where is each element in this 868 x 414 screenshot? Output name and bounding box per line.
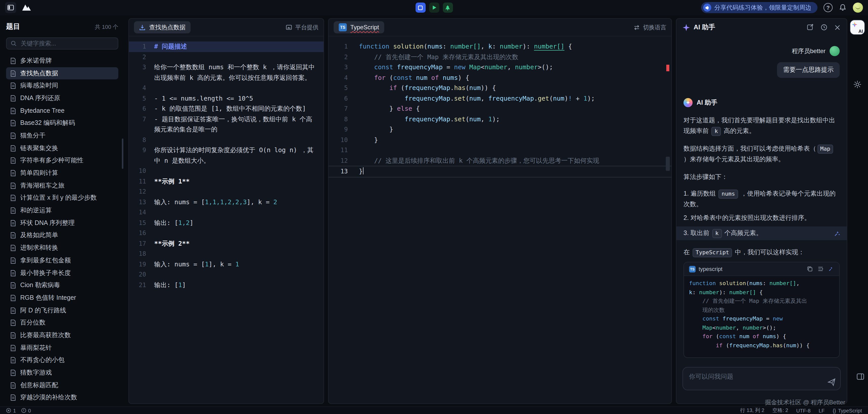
- code-line[interactable]: 4 for (const num of nums) {: [329, 72, 671, 83]
- code-line[interactable]: 5 if (frequencyMap.has(num)) {: [329, 83, 671, 93]
- sidebar-toggle-button[interactable]: [5, 2, 16, 13]
- description-line[interactable]: 13输入: nums = [1,1,1,2,2,3], k = 2: [129, 197, 323, 207]
- description-line[interactable]: 7- 题目数据保证答案唯一，换句话说，数组中前 k 个高频元素的集合是唯一的: [129, 114, 323, 135]
- description-line[interactable]: 11**示例 1**: [129, 176, 323, 187]
- description-line[interactable]: 5- 1 <= nums.length <= 10^5: [129, 93, 323, 104]
- close-icon[interactable]: [834, 24, 841, 31]
- code-line[interactable]: 12 // 这里是后续排序和取出前 k 个高频元素的步骤，您可以先思考一下如何实…: [329, 155, 671, 166]
- sidebar-item-problem[interactable]: 猜数字游戏: [6, 367, 118, 379]
- sidebar-item-problem[interactable]: 简单四则计算: [6, 167, 118, 179]
- description-line[interactable]: 19输入: nums = [1], k = 1: [129, 259, 323, 269]
- code-line[interactable]: 13}: [329, 166, 671, 177]
- sidebar-item-problem[interactable]: Bytedance Tree: [6, 105, 118, 117]
- editor-scrollbar[interactable]: [666, 157, 670, 171]
- sidebar-item-problem[interactable]: 拿到最多红包金额: [6, 254, 118, 267]
- code-line[interactable]: 10 }: [329, 135, 671, 145]
- notifications-bell-icon[interactable]: [839, 4, 847, 12]
- sidebar-item-problem[interactable]: DNA 序列还原: [6, 92, 118, 104]
- editor-content[interactable]: 1function solution(nums: number[], k: nu…: [329, 36, 671, 403]
- document-icon: [10, 320, 16, 326]
- magic-icon[interactable]: [828, 266, 834, 272]
- description-line[interactable]: 6- k 的取值范围是 [1, 数组中不相同的元素的个数]: [129, 104, 323, 114]
- settings-gear-icon[interactable]: [853, 80, 862, 89]
- sidebar-item-problem[interactable]: 穿越沙漠的补给次数: [6, 391, 118, 404]
- code-line[interactable]: 6 frequencyMap.set(num, frequencyMap.get…: [329, 93, 671, 104]
- search-box[interactable]: [6, 37, 118, 50]
- code-line[interactable]: 9 }: [329, 124, 671, 135]
- sidebar-item-problem[interactable]: 多米诺骨牌: [6, 55, 118, 67]
- sidebar-item-problem[interactable]: 创意标题匹配: [6, 379, 118, 391]
- line-number: 19: [129, 259, 146, 269]
- description-line[interactable]: 3给你一个整数数组 nums 和一个整数 k ，请你返回其中出现频率前 k 高的…: [129, 62, 323, 83]
- sidebar-item-problem[interactable]: Cion 勒索病毒: [6, 279, 118, 292]
- switch-language-button[interactable]: 切换语言: [633, 24, 666, 31]
- submit-button[interactable]: [443, 3, 453, 13]
- copy-icon[interactable]: [807, 266, 813, 272]
- sidebar-item-problem[interactable]: 进制求和转换: [6, 242, 118, 254]
- description-line[interactable]: 14: [129, 207, 323, 218]
- description-line[interactable]: 12: [129, 187, 323, 197]
- sidebar-item-problem[interactable]: 暴雨梨花针: [6, 342, 118, 354]
- description-line[interactable]: 16: [129, 228, 323, 238]
- apply-suggestion-icon[interactable]: [834, 230, 841, 237]
- sidebar-scrollbar[interactable]: [122, 138, 123, 169]
- code-line[interactable]: 11: [329, 145, 671, 155]
- sidebar-item-problem[interactable]: Base32 编码和解码: [6, 117, 118, 129]
- sidebar-item-problem[interactable]: 查找热点数据: [6, 67, 118, 79]
- code-line[interactable]: 3 const frequencyMap = new Map<number, n…: [329, 62, 671, 72]
- sidebar-item-problem[interactable]: 阿 D 的飞行路线: [6, 304, 118, 317]
- sidebar-item-problem[interactable]: 最小替换子串长度: [6, 267, 118, 279]
- search-input[interactable]: [20, 39, 114, 47]
- sidebar-item-problem[interactable]: 环状 DNA 序列整理: [6, 217, 118, 229]
- description-line[interactable]: 20: [129, 269, 323, 280]
- code-line[interactable]: 2 // 首先创建一个 Map 来存储元素及其出现的次数: [329, 52, 671, 62]
- new-chat-icon[interactable]: [807, 24, 814, 31]
- sidebar-item-problem[interactable]: 百分位数: [6, 317, 118, 329]
- ai-question-input[interactable]: [688, 372, 826, 386]
- sidebar-item-problem[interactable]: 猫鱼分干: [6, 129, 118, 142]
- description-content[interactable]: 1# 问题描述23给你一个整数数组 nums 和一个整数 k ，请你返回其中出现…: [129, 36, 323, 403]
- cursor-position[interactable]: 行 13, 列 2: [740, 407, 764, 414]
- encoding-setting[interactable]: UTF-8: [796, 408, 811, 413]
- sidebar-item-problem[interactable]: 计算位置 x 到 y 的最少步数: [6, 192, 118, 204]
- sidebar-item-problem[interactable]: RGB 色值转 Integer: [6, 292, 118, 304]
- promo-banner[interactable]: 分享代码练习体验，领限量定制周边: [701, 2, 817, 13]
- run-button[interactable]: [429, 3, 439, 13]
- description-line[interactable]: 17**示例 2**: [129, 238, 323, 249]
- description-tab[interactable]: 查找热点数据: [134, 21, 191, 33]
- editor-language-tab[interactable]: TS TypeScript: [334, 21, 384, 33]
- description-line[interactable]: 15输出: [1,2]: [129, 218, 323, 228]
- description-line[interactable]: 4: [129, 83, 323, 93]
- description-line[interactable]: 10: [129, 166, 323, 176]
- description-line[interactable]: 8: [129, 135, 323, 145]
- sidebar-item-problem[interactable]: 病毒感染时间: [6, 79, 118, 92]
- sidebar-item-problem[interactable]: 不再贪心的小包: [6, 354, 118, 367]
- sidebar-item-problem[interactable]: 字符串有多少种可能性: [6, 154, 118, 167]
- ai-widget-button[interactable]: AI: [850, 20, 864, 34]
- ai-input-box[interactable]: [682, 367, 841, 390]
- user-avatar[interactable]: [853, 3, 863, 13]
- panel-collapse-icon[interactable]: [856, 373, 864, 381]
- description-line[interactable]: 9你所设计算法的时间复杂度必须优于 O(n log n) ，其中 n 是数组大小…: [129, 145, 323, 166]
- description-line[interactable]: 21输出: [1]: [129, 280, 323, 290]
- code-line[interactable]: 8 frequencyMap.set(num, 1);: [329, 114, 671, 124]
- description-line[interactable]: 2: [129, 52, 323, 62]
- code-line[interactable]: 1function solution(nums: number[], k: nu…: [329, 41, 671, 52]
- description-line[interactable]: 18: [129, 249, 323, 259]
- sidebar-item-problem[interactable]: 比赛最高获胜次数: [6, 329, 118, 342]
- history-icon[interactable]: [820, 24, 828, 31]
- help-button[interactable]: ?: [824, 3, 833, 12]
- problems-indicator[interactable]: 1 0: [6, 408, 31, 413]
- send-icon[interactable]: [828, 378, 836, 386]
- insert-code-icon[interactable]: [817, 266, 824, 272]
- sidebar-item-problem[interactable]: 链表聚集交换: [6, 142, 118, 154]
- eol-setting[interactable]: LF: [819, 408, 825, 413]
- sidebar-item-problem[interactable]: 和的逆运算: [6, 204, 118, 217]
- sidebar-item-problem[interactable]: 青海湖租车之旅: [6, 180, 118, 192]
- code-line[interactable]: 7 } else {: [329, 104, 671, 114]
- indentation-setting[interactable]: 空格: 2: [772, 407, 788, 414]
- description-line[interactable]: 1# 问题描述: [129, 41, 323, 52]
- language-mode[interactable]: {} TypeScript: [833, 408, 862, 413]
- stop-button[interactable]: [415, 3, 425, 13]
- sidebar-item-problem[interactable]: 及格如此简单: [6, 229, 118, 242]
